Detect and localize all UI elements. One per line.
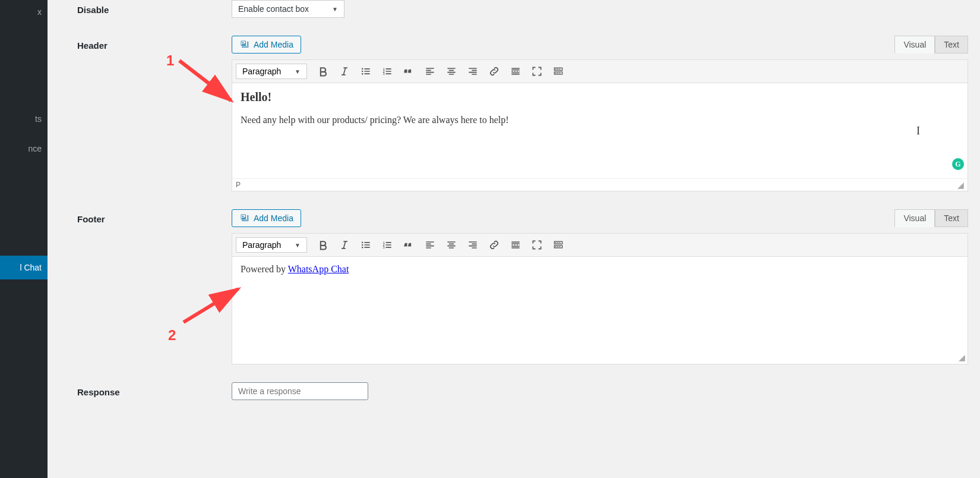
disable-select[interactable]: Enable contact box ▼ xyxy=(232,0,344,18)
footer-format-value: Paragraph xyxy=(242,240,281,250)
align-center-icon[interactable] xyxy=(441,62,461,80)
label-disable: Disable xyxy=(77,0,232,15)
svg-point-16 xyxy=(362,242,363,244)
sidebar-item-ts[interactable]: ts xyxy=(0,107,48,131)
read-more-icon[interactable] xyxy=(505,62,526,80)
italic-icon[interactable] xyxy=(334,236,355,254)
footer-link[interactable]: WhatsApp Chat xyxy=(288,264,349,274)
toolbar-toggle-icon[interactable] xyxy=(548,236,568,254)
svg-rect-11 xyxy=(559,68,561,70)
header-status-path: P xyxy=(236,181,241,189)
caret-down-icon: ▼ xyxy=(295,68,301,75)
admin-sidebar: x ts nce l Chat xyxy=(0,0,48,478)
svg-rect-28 xyxy=(557,246,558,247)
bold-icon[interactable] xyxy=(313,62,333,80)
italic-icon[interactable] xyxy=(334,62,355,80)
header-format-select[interactable]: Paragraph ▼ xyxy=(236,64,307,79)
footer-toolbar: Paragraph ▼ 123 xyxy=(232,234,968,257)
link-icon[interactable] xyxy=(484,62,504,80)
footer-format-select[interactable]: Paragraph ▼ xyxy=(236,237,307,253)
svg-rect-25 xyxy=(557,242,558,243)
svg-rect-26 xyxy=(559,242,561,243)
header-tab-text[interactable]: Text xyxy=(935,36,968,54)
footer-editor: Paragraph ▼ 123 Po xyxy=(232,233,968,364)
header-editor-tabs: Visual Text xyxy=(894,36,968,54)
svg-rect-9 xyxy=(555,68,557,70)
svg-point-1 xyxy=(362,68,363,70)
toolbar-toggle-icon[interactable] xyxy=(548,62,568,80)
text-cursor-icon: I xyxy=(916,125,920,137)
numbered-list-icon[interactable]: 123 xyxy=(377,62,397,80)
label-footer: Footer xyxy=(77,209,232,224)
main-content: Disable Enable contact box ▼ Header Add … xyxy=(48,0,980,430)
header-add-media-button[interactable]: Add Media xyxy=(232,36,301,54)
svg-point-0 xyxy=(242,42,244,43)
response-input[interactable] xyxy=(232,382,368,400)
align-right-icon[interactable] xyxy=(463,236,483,254)
label-header: Header xyxy=(77,36,232,51)
resize-handle-icon[interactable]: ◢ xyxy=(959,353,965,363)
disable-select-value: Enable contact box xyxy=(238,4,309,14)
align-left-icon[interactable] xyxy=(420,236,440,254)
svg-rect-14 xyxy=(559,73,561,74)
footer-add-media-label: Add Media xyxy=(254,213,293,223)
header-tab-visual[interactable]: Visual xyxy=(894,36,935,54)
footer-prefix: Powered by xyxy=(241,264,288,274)
row-response: Response xyxy=(77,382,968,400)
svg-point-18 xyxy=(362,247,363,249)
blockquote-icon[interactable] xyxy=(399,236,419,254)
header-editor: Paragraph ▼ 123 He xyxy=(232,59,968,191)
sidebar-item-chat[interactable]: l Chat xyxy=(0,256,48,279)
align-center-icon[interactable] xyxy=(441,236,461,254)
svg-rect-13 xyxy=(557,73,558,74)
header-add-media-label: Add Media xyxy=(254,40,293,49)
footer-tab-text[interactable]: Text xyxy=(935,209,968,227)
row-header: Header Add Media Visual Text Paragraph ▼ xyxy=(77,36,968,191)
media-icon xyxy=(239,213,250,224)
media-icon xyxy=(239,39,250,50)
header-content-title: Hello! xyxy=(241,90,959,104)
resize-handle-icon[interactable]: ◢ xyxy=(957,180,964,190)
blockquote-icon[interactable] xyxy=(399,62,419,80)
caret-down-icon: ▼ xyxy=(295,242,301,249)
svg-point-2 xyxy=(362,71,363,73)
caret-down-icon: ▼ xyxy=(332,6,338,12)
fullscreen-icon[interactable] xyxy=(527,236,547,254)
svg-rect-29 xyxy=(559,246,561,247)
header-editor-status: P ◢ xyxy=(232,178,968,191)
numbered-list-icon[interactable]: 123 xyxy=(377,236,397,254)
svg-rect-12 xyxy=(555,73,557,74)
header-content-text: Need any help with our products/ pricing… xyxy=(241,115,959,125)
svg-point-3 xyxy=(362,73,363,75)
read-more-icon[interactable] xyxy=(505,236,526,254)
header-editor-body[interactable]: Hello! Need any help with our products/ … xyxy=(232,83,968,178)
svg-rect-24 xyxy=(555,242,557,243)
link-icon[interactable] xyxy=(484,236,504,254)
header-format-value: Paragraph xyxy=(242,67,281,76)
row-disable: Disable Enable contact box ▼ xyxy=(77,0,968,18)
sidebar-item-nce[interactable]: nce xyxy=(0,137,48,161)
svg-rect-27 xyxy=(555,246,557,247)
fullscreen-icon[interactable] xyxy=(527,62,547,80)
bold-icon[interactable] xyxy=(313,236,333,254)
footer-editor-tabs: Visual Text xyxy=(894,209,968,227)
svg-point-17 xyxy=(362,244,363,246)
svg-text:3: 3 xyxy=(383,72,385,76)
footer-add-media-button[interactable]: Add Media xyxy=(232,209,301,227)
label-response: Response xyxy=(77,382,232,397)
bullet-list-icon[interactable] xyxy=(356,62,376,80)
svg-rect-10 xyxy=(557,68,558,70)
align-left-icon[interactable] xyxy=(420,62,440,80)
bullet-list-icon[interactable] xyxy=(356,236,376,254)
footer-editor-body[interactable]: Powered by WhatsApp Chat ◢ xyxy=(232,257,968,364)
sidebar-item-x[interactable]: x xyxy=(0,0,48,24)
grammarly-icon[interactable]: G xyxy=(952,158,964,170)
header-toolbar: Paragraph ▼ 123 xyxy=(232,60,968,83)
footer-tab-visual[interactable]: Visual xyxy=(894,209,935,227)
svg-point-15 xyxy=(242,216,244,217)
row-footer: Footer Add Media Visual Text Paragraph ▼ xyxy=(77,209,968,364)
footer-content: Powered by WhatsApp Chat xyxy=(241,264,959,275)
svg-text:3: 3 xyxy=(383,246,385,249)
align-right-icon[interactable] xyxy=(463,62,483,80)
